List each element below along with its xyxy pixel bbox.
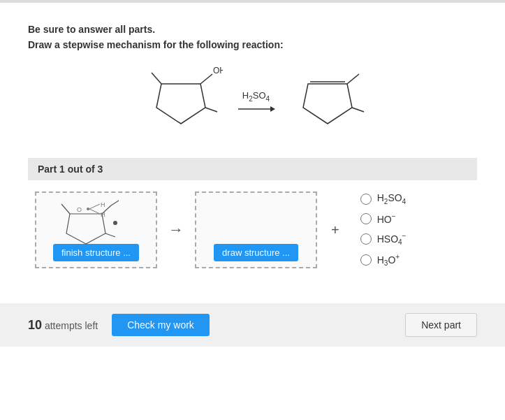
part-body: H H O finish structure ... → draw struct… [28, 191, 477, 268]
svg-line-13 [61, 204, 70, 214]
draw-structure-button[interactable]: draw structure ... [214, 244, 298, 261]
svg-line-17 [89, 204, 100, 209]
radio-hso4[interactable] [360, 233, 372, 245]
radio-h2so4[interactable] [360, 194, 372, 205]
svg-text:H: H [101, 211, 105, 218]
svg-text:O: O [77, 206, 82, 213]
next-part-button[interactable]: Next part [405, 313, 477, 337]
radio-label-h2so4: H2SO4 [377, 192, 406, 205]
radio-item-1: H2SO4 [360, 192, 407, 205]
svg-line-14 [105, 233, 115, 237]
radio-label-h3o: H3O+ [377, 253, 400, 267]
svg-point-15 [113, 221, 117, 225]
radio-item-3: HSO4− [360, 232, 407, 246]
part-label: Part 1 out of 3 [38, 164, 103, 175]
svg-line-10 [352, 108, 364, 112]
radio-group: H2SO4 HO− HSO4− H3O+ [360, 192, 407, 267]
svg-line-18 [89, 209, 100, 214]
instructions: Be sure to answer all parts. Draw a step… [28, 24, 477, 50]
reactant-structure: OH [139, 64, 223, 141]
svg-text:OH: OH [213, 66, 223, 75]
structure-box-1: H H O finish structure ... [35, 191, 157, 268]
plus-sign: + [331, 222, 339, 238]
svg-line-3 [152, 73, 161, 84]
svg-marker-6 [270, 106, 275, 112]
middle-arrow: → [168, 221, 184, 239]
svg-marker-0 [156, 84, 205, 124]
main-content: Be sure to answer all parts. Draw a step… [0, 3, 505, 296]
part-header: Part 1 out of 3 [28, 158, 477, 180]
attempts-number: 10 [28, 318, 42, 332]
radio-ho[interactable] [360, 213, 372, 224]
reagent-label: H2SO4 [242, 90, 270, 103]
instruction-2: Draw a stepwise mechanism for the follow… [28, 39, 477, 50]
reaction-diagram: OH H2SO4 [28, 64, 477, 141]
arrow-line [237, 103, 275, 115]
svg-point-19 [87, 208, 89, 210]
svg-line-9 [347, 74, 359, 84]
svg-line-1 [200, 74, 212, 84]
attempts-left: 10 attempts left [28, 318, 98, 333]
check-my-work-button[interactable]: Check my work [112, 314, 210, 336]
radio-item-2: HO− [360, 212, 407, 225]
svg-line-4 [205, 108, 217, 112]
water-hint: H H O [75, 198, 117, 219]
reaction-arrow: H2SO4 [237, 90, 275, 115]
radio-h3o[interactable] [360, 254, 372, 266]
radio-label-hso4: HSO4− [377, 232, 407, 246]
radio-item-4: H3O+ [360, 253, 407, 267]
svg-text:H: H [101, 201, 105, 208]
svg-marker-7 [303, 84, 352, 124]
product-structure [289, 64, 366, 141]
attempts-label: attempts left [45, 320, 98, 331]
instruction-1: Be sure to answer all parts. [28, 24, 477, 35]
bottom-bar: 10 attempts left Check my work Next part [0, 303, 505, 347]
radio-label-ho: HO− [377, 212, 396, 225]
structure-box-2: draw structure ... [195, 191, 317, 268]
